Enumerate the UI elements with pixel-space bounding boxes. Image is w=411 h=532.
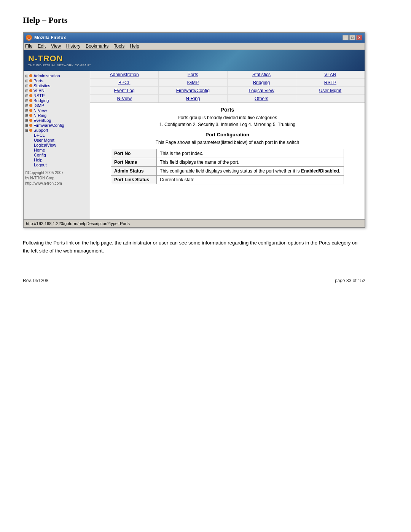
sidebar-group-main: ⊞ Administration ⊞ Ports ⊞ Statistics ⊞ <box>25 73 88 133</box>
sidebar-label[interactable]: RSTP <box>33 93 45 98</box>
bullet-icon <box>29 94 32 97</box>
expand-icon: ⊞ <box>25 118 28 123</box>
table-row: Port NoThis is the port index. <box>111 149 344 158</box>
sidebar-item-bridging[interactable]: ⊞ Bridging <box>25 98 88 103</box>
sidebar-item-support[interactable]: ⊟ Support <box>25 128 88 133</box>
sidebar-item-ports[interactable]: ⊞ Ports <box>25 78 88 83</box>
table-cell-label: Port Name <box>111 158 157 167</box>
sidebar-label[interactable]: Firmware/Config <box>33 123 64 128</box>
sidebar-item-igmp[interactable]: ⊞ IGMP <box>25 103 88 108</box>
sidebar-sub-label[interactable]: User Mgmt <box>34 138 54 142</box>
sidebar-label[interactable]: Support <box>33 128 48 133</box>
sidebar-label[interactable]: IGMP <box>33 103 44 108</box>
bullet-icon <box>29 99 32 102</box>
menu-bookmarks[interactable]: Bookmarks <box>86 43 108 49</box>
browser-title: Mozilla Firefox <box>34 35 66 40</box>
menu-view[interactable]: View <box>51 43 61 49</box>
info-table: Port NoThis is the port index.Port NameT… <box>111 149 344 184</box>
expand-icon: ⊞ <box>25 89 28 93</box>
menu-tools[interactable]: Tools <box>114 43 124 49</box>
table-cell-value: Current link state <box>157 176 344 184</box>
nav-nring[interactable]: N-Ring <box>159 95 227 102</box>
table-row: Port NameThis field displays the name of… <box>111 158 344 167</box>
sidebar-subitem-bpcl[interactable]: BPCL <box>33 133 88 137</box>
close-button[interactable]: ✕ <box>356 35 362 40</box>
sidebar-label[interactable]: N-Ring <box>33 113 46 118</box>
sidebar-label[interactable]: Ports <box>33 78 43 83</box>
bullet-icon <box>29 84 32 87</box>
sidebar-item-vlan[interactable]: ⊞ VLAN <box>25 88 88 93</box>
nav-administration[interactable]: Administration <box>90 71 159 78</box>
section-title: Port Configuration <box>98 132 357 137</box>
body-paragraph: Following the Ports link on the help pag… <box>23 239 365 255</box>
expand-icon: ⊞ <box>25 104 28 108</box>
sidebar-sub-label[interactable]: BPCL <box>34 133 45 137</box>
sidebar-item-eventlog[interactable]: ⊞ EventLog <box>25 118 88 123</box>
maximize-button[interactable]: □ <box>349 35 355 40</box>
sidebar-subitem-usermgmt[interactable]: User Mgmt <box>33 138 88 142</box>
sidebar-subitem-home[interactable]: Home <box>33 148 88 152</box>
sidebar-item-statistics[interactable]: ⊞ Statistics <box>25 83 88 88</box>
sidebar-label[interactable]: Administration <box>33 73 60 78</box>
menu-history[interactable]: History <box>66 43 80 49</box>
sidebar-item-nview[interactable]: ⊞ N-View <box>25 108 88 113</box>
sidebar-sub-label[interactable]: Home <box>34 148 45 152</box>
sidebar-subitem-logout[interactable]: Logout <box>33 163 88 167</box>
expand-icon: ⊞ <box>25 113 28 118</box>
nav-logicalview[interactable]: Logical View <box>228 87 296 94</box>
sidebar-subitem-config[interactable]: Config <box>33 153 88 157</box>
nav-ports[interactable]: Ports <box>159 71 227 78</box>
minimize-button[interactable]: _ <box>342 35 349 40</box>
bullet-icon <box>29 124 32 127</box>
table-row: Port Link StatusCurrent link state <box>111 176 344 184</box>
sidebar-sub-label[interactable]: Logout <box>34 163 47 167</box>
nav-eventlog[interactable]: Event Log <box>90 87 159 94</box>
main-panel: Administration Ports Statistics VLAN BPC… <box>90 71 365 219</box>
nav-nview[interactable]: N-View <box>90 95 159 102</box>
menu-edit[interactable]: Edit <box>38 43 46 49</box>
menu-file[interactable]: File <box>25 43 32 49</box>
sidebar-item-firmware[interactable]: ⊞ Firmware/Config <box>25 123 88 128</box>
sidebar: ⊞ Administration ⊞ Ports ⊞ Statistics ⊞ <box>24 71 90 219</box>
bullet-icon <box>29 89 32 92</box>
sidebar-item-nring[interactable]: ⊞ N-Ring <box>25 113 88 118</box>
sidebar-label[interactable]: N-View <box>33 108 47 113</box>
menu-help[interactable]: Help <box>130 43 139 49</box>
window-controls[interactable]: _ □ ✕ <box>342 35 362 40</box>
nav-row-4: N-View N-Ring Others <box>90 95 365 102</box>
table-cell-value: This is the port index. <box>157 149 344 158</box>
nav-rstp[interactable]: RSTP <box>296 79 365 86</box>
expand-icon: ⊞ <box>25 109 28 113</box>
nav-usermgmt[interactable]: User Mgmt <box>296 87 365 94</box>
bullet-icon <box>29 74 32 77</box>
table-row: Admin StatusThis configurable field disp… <box>111 167 344 176</box>
sidebar-subitem-logicalview[interactable]: LogicalView <box>33 143 88 147</box>
browser-window: 🦊 Mozilla Firefox _ □ ✕ File Edit View H… <box>23 32 365 228</box>
expand-icon: ⊞ <box>25 84 28 88</box>
nav-row-1: Administration Ports Statistics VLAN <box>90 71 365 79</box>
bullet-icon <box>29 104 32 107</box>
nav-statistics[interactable]: Statistics <box>228 71 296 78</box>
sidebar-label[interactable]: Bridging <box>33 98 49 103</box>
content-main-title: Ports <box>98 107 357 113</box>
sidebar-item-rstp[interactable]: ⊞ RSTP <box>25 93 88 98</box>
sidebar-subitem-help[interactable]: Help <box>33 158 88 162</box>
sidebar-sub-label[interactable]: LogicalView <box>34 143 56 147</box>
nav-firmware[interactable]: Firmware/Config <box>159 87 227 94</box>
sidebar-item-administration[interactable]: ⊞ Administration <box>25 73 88 78</box>
sidebar-label[interactable]: Statistics <box>33 83 50 88</box>
content-area: Ports Ports group is broadly divided int… <box>90 103 365 219</box>
expand-icon: ⊞ <box>25 99 28 103</box>
nav-vlan[interactable]: VLAN <box>296 71 365 78</box>
sidebar-sub-label[interactable]: Help <box>34 158 43 162</box>
banner-header: N-TRON THE INDUSTRIAL NETWORK COMPANY <box>24 50 365 71</box>
nav-igmp[interactable]: IGMP <box>159 79 227 86</box>
bullet-icon <box>29 109 32 112</box>
nav-others[interactable]: Others <box>228 95 296 102</box>
sidebar-label[interactable]: VLAN <box>33 88 45 93</box>
expand-icon: ⊞ <box>25 123 28 128</box>
sidebar-sub-label[interactable]: Config <box>34 153 46 157</box>
nav-bridging[interactable]: Bridging <box>228 79 296 86</box>
sidebar-label[interactable]: EventLog <box>33 118 51 123</box>
nav-bpcl[interactable]: BPCL <box>90 79 159 86</box>
